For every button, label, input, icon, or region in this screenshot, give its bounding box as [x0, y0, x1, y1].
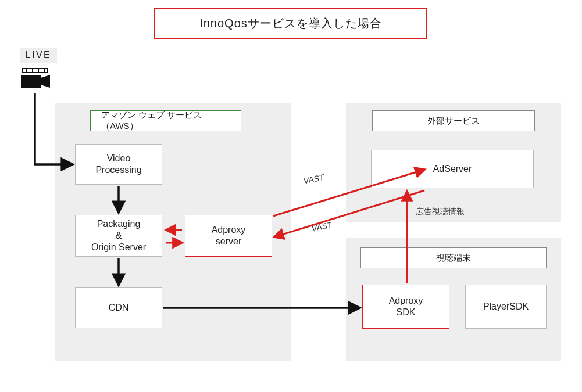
video-camera-icon — [21, 68, 53, 93]
aws-panel-label-text: アマゾン ウェブ サービス（AWS） — [101, 110, 230, 132]
svg-rect-5 — [21, 75, 41, 88]
cdn-node: CDN — [75, 287, 162, 328]
adproxy-server-label: Adproxy server — [212, 224, 246, 247]
packaging-label: Packaging & Origin Server — [91, 218, 146, 253]
device-panel-label-text: 視聴端末 — [436, 253, 471, 264]
video-processing-node: Video Processing — [75, 144, 162, 185]
adproxy-server-node: Adproxy server — [185, 215, 272, 257]
diagram-stage: InnoQosサービスを導入した場合 LIVE アマゾン ウェブ サービス（AW… — [0, 0, 582, 392]
title-text: InnoQosサービスを導入した場合 — [199, 16, 382, 31]
adproxy-sdk-label: Adproxy SDK — [389, 295, 423, 318]
svg-marker-6 — [41, 75, 50, 88]
title-frame: InnoQosサービスを導入した場合 — [154, 8, 427, 39]
player-sdk-node: PlayerSDK — [465, 285, 547, 329]
player-sdk-label: PlayerSDK — [483, 301, 529, 312]
external-panel-label-text: 外部サービス — [427, 116, 480, 127]
adserver-node: AdServer — [371, 150, 534, 188]
cdn-label: CDN — [109, 302, 129, 314]
live-text: LIVE — [26, 50, 51, 60]
video-processing-label: Video Processing — [95, 153, 141, 176]
vast-down-label: VAST — [310, 220, 333, 233]
external-panel-label: 外部サービス — [372, 110, 535, 131]
aws-panel-label: アマゾン ウェブ サービス（AWS） — [90, 110, 241, 131]
ad-view-info-label: 広告視聴情報 — [416, 207, 465, 217]
live-badge: LIVE — [20, 48, 57, 63]
device-panel-label: 視聴端末 — [360, 247, 547, 268]
adproxy-sdk-node: Adproxy SDK — [362, 285, 449, 329]
packaging-node: Packaging & Origin Server — [75, 215, 162, 257]
adserver-label: AdServer — [433, 163, 472, 175]
vast-up-label: VAST — [302, 172, 324, 186]
